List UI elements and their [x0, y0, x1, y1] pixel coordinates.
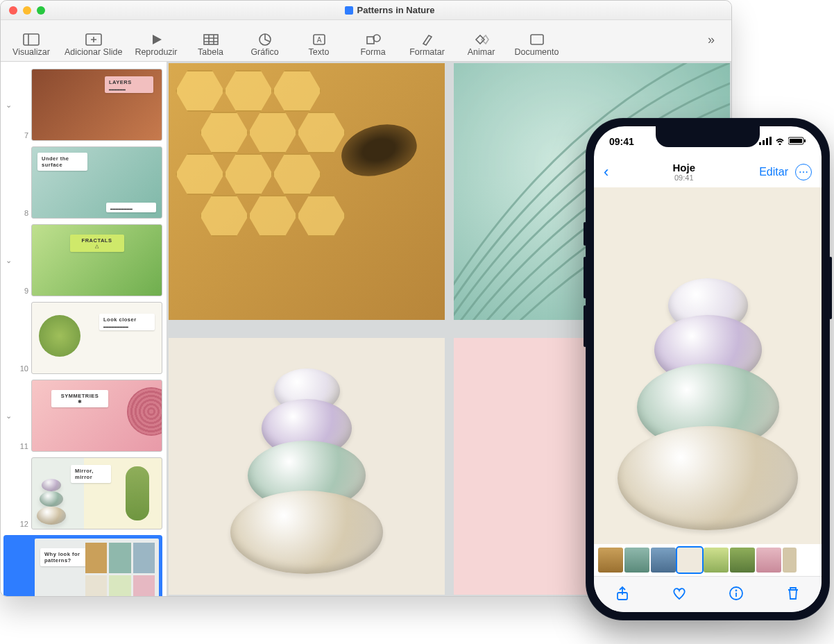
favorite-button[interactable]: [671, 585, 688, 604]
svg-rect-16: [531, 35, 543, 44]
window-title: Patterns in Nature: [357, 5, 435, 15]
slide-thumb-row[interactable]: 12 Mirror, mirror: [3, 457, 162, 529]
back-button[interactable]: ‹: [604, 163, 609, 181]
slide-title-label: Under the surface: [42, 155, 69, 168]
window-titlebar: Patterns in Nature: [1, 1, 731, 20]
slide-thumbnail[interactable]: Why look for patterns?: [34, 538, 160, 596]
shape-button[interactable]: Forma: [352, 32, 394, 57]
slide-thumb-row[interactable]: ⌄ 11 SYMMETRIES✱: [3, 380, 162, 452]
canvas-image[interactable]: [169, 338, 445, 595]
view-icon: [22, 32, 41, 47]
photo-thumbnail-strip[interactable]: [594, 544, 822, 576]
slide-thumbnail[interactable]: Look closer▂▂▂▂▂▂▂▂▂: [31, 302, 162, 374]
slide-title-label: SYMMETRIES: [61, 393, 99, 399]
iphone-mute-switch: [584, 222, 586, 246]
play-button[interactable]: Reproduzir: [135, 32, 177, 57]
toolbar: Visualizar Adicionar Slide Reproduzir Ta…: [1, 20, 731, 62]
format-label: Formatar: [409, 47, 445, 57]
slide-thumb-row[interactable]: ⌄ 9 FRACTALS△: [3, 224, 162, 296]
minimize-window-button[interactable]: [23, 6, 31, 15]
zoom-window-button[interactable]: [37, 6, 45, 15]
strip-thumb-selected[interactable]: [677, 548, 702, 573]
photo-viewer[interactable]: [594, 187, 822, 544]
edit-button[interactable]: Editar: [759, 166, 788, 178]
strip-thumb[interactable]: [598, 548, 623, 573]
slide-title-label: Look closer: [103, 316, 137, 323]
chart-label: Gráfico: [250, 47, 278, 57]
add-slide-label: Adicionar Slide: [65, 47, 122, 57]
slide-thumb-row[interactable]: 8 Under the surface ▂▂▂▂▂▂▂▂: [3, 146, 162, 219]
close-window-button[interactable]: [9, 6, 17, 15]
info-button[interactable]: [728, 585, 744, 604]
view-button[interactable]: Visualizar: [10, 32, 52, 57]
svg-rect-23: [804, 139, 806, 142]
format-button[interactable]: Formatar: [407, 32, 448, 57]
disclosure-chevron-icon[interactable]: ⌄: [3, 412, 13, 421]
svg-rect-17: [759, 142, 761, 145]
slide-thumb-row[interactable]: 13 Why look for patterns?: [3, 535, 162, 596]
text-button[interactable]: A Texto: [298, 32, 340, 57]
chart-icon: [255, 32, 275, 47]
slide-thumb-row[interactable]: 10 Look closer▂▂▂▂▂▂▂▂▂: [3, 302, 162, 374]
svg-rect-20: [769, 137, 772, 145]
plus-slide-icon: [84, 32, 103, 47]
slide-number: 8: [16, 209, 28, 217]
svg-marker-5: [153, 35, 162, 44]
add-slide-button[interactable]: Adicionar Slide: [65, 32, 122, 57]
slide-number: 9: [16, 287, 28, 295]
strip-thumb[interactable]: [624, 548, 649, 573]
trash-button[interactable]: [785, 585, 801, 604]
photos-toolbar: [594, 576, 822, 612]
nav-title: Hoje: [673, 162, 696, 174]
iphone-side-button: [829, 257, 832, 319]
canvas-image[interactable]: [169, 63, 445, 320]
chart-button[interactable]: Gráfico: [244, 32, 286, 57]
slide-thumbnail[interactable]: LAYERS▂▂▂▂▂▂: [31, 69, 162, 141]
svg-rect-0: [24, 34, 39, 45]
strip-thumb[interactable]: [783, 548, 797, 573]
animate-icon: [472, 32, 491, 47]
svg-text:A: A: [316, 36, 321, 44]
text-icon: A: [309, 32, 329, 47]
nav-subtitle: 09:41: [673, 173, 696, 182]
strip-thumb[interactable]: [651, 548, 676, 573]
svg-rect-19: [766, 138, 768, 145]
animate-label: Animar: [468, 47, 495, 57]
svg-rect-18: [763, 140, 765, 145]
play-label: Reproduzir: [135, 47, 177, 57]
slide-thumbnail[interactable]: FRACTALS△: [31, 224, 162, 296]
strip-thumb[interactable]: [756, 548, 781, 573]
share-button[interactable]: [614, 585, 631, 604]
table-button[interactable]: Tabela: [190, 32, 232, 57]
slide-thumbnail[interactable]: Mirror, mirror: [31, 457, 162, 529]
status-time: 09:41: [609, 136, 634, 147]
strip-thumb[interactable]: [730, 548, 755, 573]
document-icon: [527, 32, 547, 47]
slide-thumb-row[interactable]: ⌄ 7 LAYERS▂▂▂▂▂▂: [3, 69, 162, 141]
more-options-button[interactable]: ⋯: [795, 164, 812, 180]
document-icon: [345, 6, 353, 15]
slide-title-label: FRACTALS: [82, 237, 112, 244]
cellular-signal-icon: [759, 136, 772, 147]
shape-icon: [364, 32, 383, 47]
battery-icon: [788, 136, 806, 147]
iphone-volume-down: [584, 305, 586, 347]
toolbar-overflow-button[interactable]: »: [701, 33, 722, 57]
disclosure-chevron-icon[interactable]: ⌄: [3, 256, 13, 265]
disclosure-chevron-icon[interactable]: ⌄: [3, 101, 13, 110]
iphone-volume-up: [584, 257, 586, 298]
strip-thumb[interactable]: [704, 548, 729, 573]
photos-nav-bar: ‹ Hoje 09:41 Editar ⋯: [594, 157, 822, 187]
animate-button[interactable]: Animar: [461, 32, 502, 57]
iphone-device: 09:41 ‹ Hoje 09:41 Editar ⋯: [586, 118, 830, 620]
slide-navigator[interactable]: ⌄ 7 LAYERS▂▂▂▂▂▂ 8 Under the surface ▂▂▂…: [1, 62, 167, 596]
document-button[interactable]: Documento: [515, 32, 559, 57]
play-icon: [146, 32, 166, 47]
slide-thumbnail[interactable]: SYMMETRIES✱: [31, 380, 162, 452]
svg-rect-6: [204, 35, 218, 44]
slide-thumbnail[interactable]: Under the surface ▂▂▂▂▂▂▂▂: [31, 146, 162, 219]
format-icon: [418, 32, 437, 47]
document-label: Documento: [515, 47, 559, 57]
slide-title-label: Why look for patterns?: [44, 551, 80, 564]
table-label: Tabela: [198, 47, 223, 57]
